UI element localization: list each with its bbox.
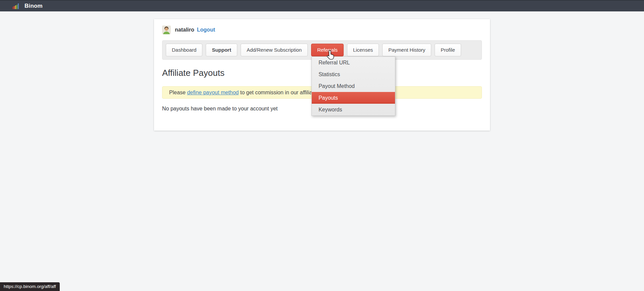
logout-link[interactable]: Logout [197,27,215,33]
nav-payment-history-button[interactable]: Payment History [382,44,431,56]
username-label: nataliro [175,27,194,33]
page: Binom nataliro Logout Dashboard Support … [0,0,644,291]
nav-profile-button[interactable]: Profile [435,44,461,56]
user-avatar [162,26,171,34]
referrals-dropdown-menu: Referral URL Statistics Payout Method Pa… [311,56,395,116]
bar-chart-icon [12,3,19,9]
menu-item-statistics[interactable]: Statistics [312,68,395,80]
nav-dashboard-button[interactable]: Dashboard [166,44,202,56]
link-status-tooltip: https://cp.binom.org/aff/aff [0,282,60,291]
nav-referrals-button[interactable]: Referrals [311,44,344,56]
user-header: nataliro Logout [162,25,482,35]
notice-prefix-text: Please [169,90,187,95]
nav-add-renew-subscription-button[interactable]: Add/Renew Subscription [241,44,308,56]
define-payout-method-link[interactable]: define payout method [187,90,239,95]
top-bar: Binom [0,0,644,11]
nav-referrals-wrap: Referrals Referral URL Statistics Payout… [311,44,344,56]
menu-item-payout-method[interactable]: Payout Method [312,80,395,92]
brand-title: Binom [24,3,43,9]
menu-item-referral-url[interactable]: Referral URL [312,57,395,68]
nav-support-button[interactable]: Support [206,44,237,56]
nav-licenses-button[interactable]: Licenses [347,44,379,56]
menu-item-keywords[interactable]: Keywords [312,104,395,115]
main-nav: Dashboard Support Add/Renew Subscription… [162,40,482,60]
main-card: nataliro Logout Dashboard Support Add/Re… [154,19,490,131]
menu-item-payouts[interactable]: Payouts [312,92,395,104]
